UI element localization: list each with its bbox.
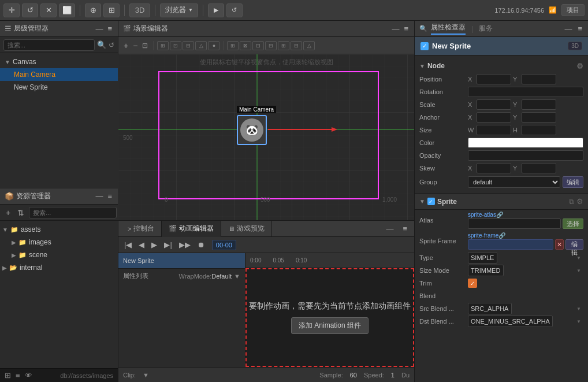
hierarchy-refresh-btn[interactable]: ↺: [109, 41, 114, 49]
scene-canvas-area[interactable]: 使用鼠标右键平移视窗焦点，使用滚轮缩放视图: [118, 54, 414, 220]
anim-next-btn[interactable]: ▶▶: [177, 239, 193, 250]
props-minimize-btn[interactable]: —: [563, 23, 573, 34]
pos-y-input[interactable]: 0: [522, 74, 556, 84]
scale-y-input[interactable]: 1: [522, 99, 556, 110]
scene-mode-1[interactable]: ⊞: [157, 41, 169, 50]
sf-edit-btn[interactable]: 编辑: [565, 239, 583, 250]
images-folder-item[interactable]: ▶ 📁 images: [0, 236, 118, 249]
transform-btn[interactable]: ⊕: [85, 3, 101, 17]
anim-stepfwd-btn[interactable]: ▶|: [162, 239, 174, 250]
hierarchy-search-input[interactable]: [3, 39, 95, 51]
props-enable-checkbox[interactable]: ✓: [420, 42, 429, 50]
anchor-y-input[interactable]: 0.5: [522, 112, 556, 123]
size-mode-select[interactable]: TRIMMED: [468, 265, 504, 276]
props-inspector-tab[interactable]: 属性检查器: [431, 23, 466, 35]
scene-transform-3[interactable]: ⊡: [252, 41, 264, 50]
trim-checkbox[interactable]: ✓: [468, 279, 477, 288]
node-toggle[interactable]: ▼: [419, 63, 425, 69]
pattern-btn[interactable]: ⊞: [103, 3, 120, 17]
group-select[interactable]: default: [468, 176, 560, 188]
rotation-input[interactable]: 0: [468, 87, 583, 97]
project-btn[interactable]: 项目: [561, 4, 585, 16]
scene-folder-item[interactable]: ▶ 📁 scene: [0, 249, 118, 261]
size-w-input[interactable]: 121: [477, 125, 511, 135]
assets-status-icon-1[interactable]: ⊞: [5, 371, 11, 380]
sf-clear-btn[interactable]: ✕: [555, 239, 564, 250]
mode-3d-btn[interactable]: 3D: [129, 3, 150, 17]
anim-minimize-btn[interactable]: —: [381, 224, 398, 233]
assets-menu-btn[interactable]: ≡: [106, 191, 113, 202]
move-tool-btn[interactable]: ✛: [3, 3, 20, 17]
assets-root-item[interactable]: ▼ 📁 assets: [0, 223, 118, 236]
skew-x-input[interactable]: 0: [477, 163, 511, 173]
scale-x-input[interactable]: 1: [477, 99, 511, 110]
src-blend-select[interactable]: SRC_ALPHA: [468, 303, 512, 314]
anim-prev-btn[interactable]: |◀: [122, 239, 134, 250]
scene-mode-2[interactable]: ⊡: [170, 41, 181, 50]
anim-menu-btn[interactable]: ≡: [398, 224, 412, 233]
hierarchy-menu-btn[interactable]: ≡: [106, 23, 113, 34]
sprite-enable-checkbox[interactable]: ✓: [427, 198, 435, 205]
scene-minimize-btn[interactable]: —: [390, 23, 400, 34]
refresh-btn[interactable]: ↺: [226, 3, 243, 17]
anim-stepback-btn[interactable]: ◀: [136, 239, 147, 250]
scene-mode-5[interactable]: ●: [208, 41, 219, 50]
sprite-copy-btn[interactable]: ⧉: [569, 198, 574, 206]
anim-record-btn[interactable]: ⏺: [195, 239, 207, 250]
group-edit-btn[interactable]: 编辑: [563, 176, 583, 188]
assets-sort-btn[interactable]: ⇅: [15, 207, 27, 218]
dst-blend-select[interactable]: ONE_MINUS_SRC_ALPHA: [468, 316, 553, 327]
new-sprite-item[interactable]: New Sprite: [0, 81, 118, 94]
scene-menu-btn[interactable]: ≡: [403, 23, 410, 34]
color-picker[interactable]: [468, 138, 583, 148]
assets-status-icon-3[interactable]: 👁: [25, 371, 32, 380]
atlas-input[interactable]: None: [468, 218, 561, 229]
assets-status-icon-2[interactable]: ≡: [16, 371, 20, 380]
scene-transform-1[interactable]: ⊞: [227, 41, 239, 50]
pos-x-input[interactable]: 0: [477, 74, 511, 84]
main-camera-item[interactable]: Main Camera: [0, 68, 118, 81]
props-menu-btn[interactable]: ≡: [576, 23, 583, 34]
anim-play-btn[interactable]: ▶: [149, 239, 159, 250]
sprite-toggle[interactable]: ▼: [419, 198, 425, 205]
console-tab[interactable]: > 控制台: [121, 221, 162, 237]
scene-transform-4[interactable]: ⊟: [265, 41, 277, 50]
assets-search-input[interactable]: [29, 207, 117, 218]
node-gear-btn[interactable]: ⚙: [576, 62, 583, 71]
anim-tab[interactable]: 🎬 动画编辑器: [162, 221, 221, 237]
size-h-input[interactable]: 141: [522, 125, 556, 135]
zoom-out-btn[interactable]: −: [131, 41, 139, 50]
sf-input[interactable]: 1: [468, 239, 553, 250]
canvas-item[interactable]: ▼ Canvas: [0, 55, 118, 68]
type-select[interactable]: SIMPLE: [468, 252, 497, 264]
props-service-tab[interactable]: 服务: [479, 24, 493, 34]
rotate-tool-btn[interactable]: ↺: [22, 3, 38, 17]
scene-mode-4[interactable]: △: [195, 41, 207, 50]
scene-mode-3[interactable]: ⊟: [183, 41, 194, 50]
play-btn[interactable]: ▶: [208, 3, 224, 17]
zoom-fit-btn[interactable]: ⊡: [140, 42, 150, 50]
anchor-x-input[interactable]: 0.5: [477, 112, 511, 123]
hierarchy-minimize-btn[interactable]: —: [94, 23, 104, 34]
scene-transform-7[interactable]: △: [303, 41, 315, 50]
assets-minimize-btn[interactable]: —: [94, 191, 104, 202]
atlas-select-btn[interactable]: 选择: [563, 218, 583, 229]
scene-transform-5[interactable]: ⊞: [278, 41, 289, 50]
sprite-gear-btn[interactable]: ⚙: [576, 197, 583, 206]
opacity-input[interactable]: 255: [468, 150, 583, 161]
anim-wrapmode-arrow[interactable]: ▼: [234, 273, 240, 280]
internal-folder-item[interactable]: ▶ 📂 internal: [0, 261, 118, 274]
rect-tool-btn[interactable]: ⬜: [59, 3, 75, 17]
skew-y-input[interactable]: 0: [522, 163, 556, 173]
close-tool-btn[interactable]: ✕: [40, 3, 57, 17]
camera-object[interactable]: Main Camera 🐼: [237, 115, 337, 145]
scene-transform-6[interactable]: ⊟: [291, 41, 302, 50]
preview-tab[interactable]: 🖥 游戏预览: [221, 221, 272, 237]
anim-node-item[interactable]: New Sprite: [118, 253, 245, 268]
browser-dropdown[interactable]: 浏览器 ▼: [160, 3, 198, 17]
zoom-in-btn[interactable]: +: [122, 41, 130, 50]
add-anim-component-btn[interactable]: 添加 Animation 组件: [291, 317, 369, 334]
assets-add-btn[interactable]: +: [3, 207, 13, 218]
scene-transform-2[interactable]: ⊠: [240, 41, 251, 50]
anim-clip-dropdown[interactable]: ▼: [143, 372, 149, 379]
